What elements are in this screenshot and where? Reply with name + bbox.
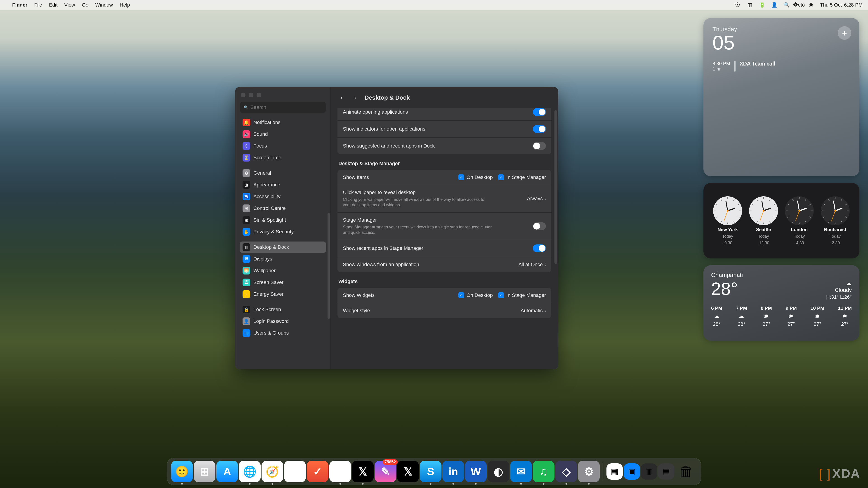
dock-app-safari[interactable]: 🧭 bbox=[261, 461, 283, 482]
sidebar-item-notifications[interactable]: 🔔Notifications bbox=[240, 117, 326, 128]
dock-app-obsidian[interactable]: ◇ bbox=[555, 461, 577, 482]
sidebar-item-displays[interactable]: 🖥Displays bbox=[240, 253, 326, 265]
hour-temp: 28° bbox=[738, 321, 745, 327]
sidebar-label: Notifications bbox=[253, 120, 281, 125]
sidebar-item-siri-spotlight[interactable]: ◉Siri & Spotlight bbox=[240, 215, 326, 226]
sidebar-list[interactable]: 🔔Notifications🔊Sound☾Focus⏳Screen Time⚙G… bbox=[235, 117, 331, 369]
menubar-datetime[interactable]: Thu 5 Oct 6:28 PM bbox=[820, 2, 863, 8]
dock: 🙂⊞A🌐🧭◆✓⧉𝕏✎75852𝕏SinW◐✉♫◇⚙▦▣▥▤🗑 bbox=[167, 458, 701, 485]
dock-recent-r1[interactable]: ▦ bbox=[607, 463, 623, 480]
battery-icon[interactable]: 🔋 bbox=[759, 2, 765, 8]
search-field[interactable] bbox=[250, 104, 322, 110]
sidebar-item-lock-screen[interactable]: 🔒Lock Screen bbox=[240, 304, 326, 315]
menu-window[interactable]: Window bbox=[95, 2, 113, 8]
toggle-indicators[interactable] bbox=[533, 125, 546, 133]
sidebar-item-accessibility[interactable]: ♿Accessibility bbox=[240, 191, 326, 202]
check-widgets-sm[interactable]: ✓In Stage Manager bbox=[498, 292, 546, 298]
calendar-widget[interactable]: Thursday 05 ＋ 8:30 PM 1 hr XDA Team call bbox=[704, 18, 860, 176]
dock-app-settings[interactable]: ⚙ bbox=[578, 461, 600, 482]
user-icon[interactable]: 👤 bbox=[771, 2, 777, 8]
check-widgets-desktop[interactable]: ✓On Desktop bbox=[458, 292, 493, 298]
sidebar-item-desktop-dock[interactable]: ▥Desktop & Dock bbox=[240, 241, 326, 253]
check-on-desktop[interactable]: ✓On Desktop bbox=[458, 174, 493, 180]
menu-help[interactable]: Help bbox=[120, 2, 130, 8]
spotlight-icon[interactable]: 🔍 bbox=[783, 2, 789, 8]
menu-file[interactable]: File bbox=[34, 2, 42, 8]
dock-app-tweetdeck[interactable]: ✎75852 bbox=[375, 461, 396, 482]
sidebar-item-users-groups[interactable]: 👥Users & Groups bbox=[240, 327, 326, 339]
hour-temp: 27° bbox=[787, 321, 795, 327]
sidebar-label: Privacy & Security bbox=[253, 229, 294, 235]
clock-city: Bucharest bbox=[824, 227, 846, 232]
search-input[interactable]: 🔍 bbox=[240, 101, 326, 113]
zoom-button[interactable] bbox=[256, 93, 261, 97]
calendar-add-button[interactable]: ＋ bbox=[838, 26, 851, 40]
dock-app-x[interactable]: 𝕏 bbox=[352, 461, 374, 482]
check-in-stage-manager[interactable]: ✓In Stage Manager bbox=[498, 174, 546, 180]
control-center-icon[interactable]: �ető bbox=[796, 2, 802, 8]
dock-app-slack[interactable]: ⧉ bbox=[329, 461, 351, 482]
hour-time: 7 PM bbox=[736, 305, 747, 311]
close-button[interactable] bbox=[241, 93, 246, 97]
dock-app-edge[interactable]: 🌐 bbox=[239, 461, 260, 482]
back-button[interactable]: ‹ bbox=[338, 94, 346, 102]
dock-app-x2[interactable]: 𝕏 bbox=[397, 461, 419, 482]
sidebar-icon: ☾ bbox=[243, 142, 250, 150]
dock-app-skype[interactable]: S bbox=[420, 461, 441, 482]
dock-trash[interactable]: 🗑 bbox=[675, 461, 697, 482]
siri-icon[interactable]: ◉ bbox=[808, 2, 814, 8]
dock-app-app1[interactable]: ◐ bbox=[488, 461, 509, 482]
dock-app-launchpad[interactable]: ⊞ bbox=[194, 461, 215, 482]
sidebar-item-appearance[interactable]: ◑Appearance bbox=[240, 179, 326, 191]
window-controls bbox=[235, 87, 331, 101]
minimize-button[interactable] bbox=[249, 93, 253, 97]
menu-app[interactable]: Finder bbox=[12, 2, 27, 8]
stage-manager-icon[interactable]: ▥ bbox=[747, 2, 753, 8]
dock-app-spotify[interactable]: ♫ bbox=[533, 461, 555, 482]
sidebar-label: Wallpaper bbox=[253, 268, 276, 273]
dock-app-craft[interactable]: ◆ bbox=[284, 461, 306, 482]
menu-go[interactable]: Go bbox=[82, 2, 88, 8]
sidebar-item-privacy-security[interactable]: ✋Privacy & Security bbox=[240, 226, 326, 237]
select-show-windows[interactable]: All at Once▴▾ bbox=[518, 262, 546, 267]
sidebar-icon: ⚙ bbox=[243, 169, 250, 177]
toggle-animate[interactable] bbox=[533, 108, 546, 116]
dock-app-todoist[interactable]: ✓ bbox=[307, 461, 329, 482]
toggle-suggested[interactable] bbox=[533, 142, 546, 150]
toggle-stage-manager[interactable] bbox=[533, 222, 546, 230]
sidebar-item-general[interactable]: ⚙General bbox=[240, 167, 326, 179]
dock-app-word[interactable]: W bbox=[465, 461, 487, 482]
sidebar-scrollbar[interactable] bbox=[328, 213, 330, 319]
sidebar-label: Users & Groups bbox=[253, 330, 289, 336]
toggle-recent-sm[interactable] bbox=[533, 245, 546, 252]
menu-view[interactable]: View bbox=[64, 2, 75, 8]
sidebar-item-screen-saver[interactable]: 🖼Screen Saver bbox=[240, 277, 326, 288]
world-clock-widget[interactable]: New YorkToday-9:30SeattleToday-12:30Lond… bbox=[704, 183, 860, 258]
select-click-wallpaper[interactable]: Always▴▾ bbox=[527, 196, 546, 201]
weather-widget[interactable]: Champahati 28° ☁ Cloudy H:31° L:26° 6 PM… bbox=[704, 265, 860, 341]
sidebar-item-energy-saver[interactable]: ⚡Energy Saver bbox=[240, 289, 326, 300]
running-indicator bbox=[453, 483, 454, 485]
dock-recent-r2[interactable]: ▣ bbox=[624, 463, 640, 480]
dock-recent-r4[interactable]: ▤ bbox=[658, 463, 674, 480]
sidebar-item-wallpaper[interactable]: 🌅Wallpaper bbox=[240, 265, 326, 276]
sidebar-item-login-password[interactable]: 👤Login Password bbox=[240, 316, 326, 327]
dock-app-finder[interactable]: 🙂 bbox=[171, 461, 193, 482]
hour-temp: 27° bbox=[763, 321, 770, 327]
sidebar-item-screen-time[interactable]: ⏳Screen Time bbox=[240, 152, 326, 163]
main-scrollbar[interactable] bbox=[555, 110, 557, 264]
menu-edit[interactable]: Edit bbox=[49, 2, 58, 8]
forward-button[interactable]: › bbox=[351, 94, 359, 102]
sidebar-item-sound[interactable]: 🔊Sound bbox=[240, 129, 326, 140]
hour-icon: ☁ bbox=[714, 313, 719, 319]
select-widget-style[interactable]: Automatic▴▾ bbox=[521, 308, 546, 314]
dock-app-linkedin[interactable]: in bbox=[442, 461, 464, 482]
calendar-event[interactable]: 8:30 PM 1 hr XDA Team call bbox=[712, 61, 850, 72]
sidebar-item-control-centre[interactable]: ⊞Control Centre bbox=[240, 203, 326, 214]
dock-app-appstore[interactable]: A bbox=[216, 461, 238, 482]
dock-app-outlook[interactable]: ✉ bbox=[510, 461, 532, 482]
menuextra-icon[interactable]: ⦿ bbox=[735, 2, 741, 8]
dock-recent-r3[interactable]: ▥ bbox=[641, 463, 657, 480]
sidebar-icon: 🔊 bbox=[243, 130, 250, 138]
sidebar-item-focus[interactable]: ☾Focus bbox=[240, 140, 326, 152]
